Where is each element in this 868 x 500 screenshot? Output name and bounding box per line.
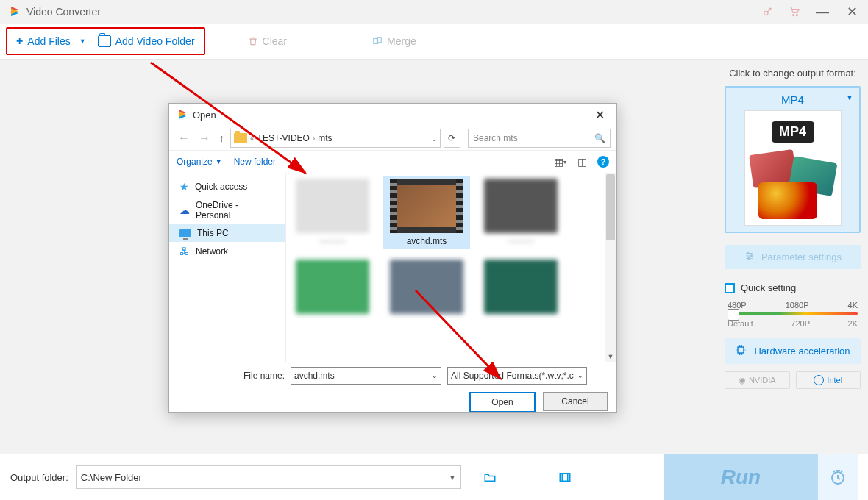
file-type-filter[interactable]: All Supported Formats(*.wtv;*.c⌄ [447,367,587,385]
scroll-down-icon[interactable]: ▼ [605,351,616,362]
search-placeholder: Search mts [473,133,518,143]
cart-icon[interactable] [789,6,800,18]
run-label: Run [721,465,761,489]
file-name-input[interactable]: avchd.mts⌄ [291,367,441,385]
merge-button: Merge [366,32,422,50]
quality-slider[interactable]: 480P 1080P 4K Default 720P 2K [725,301,861,328]
open-label: Open [491,397,513,407]
right-sidebar: Click to change output format: MP4 ▼ MP4… [717,60,868,454]
video-settings-icon[interactable] [557,471,573,484]
browse-folder-icon[interactable] [482,471,498,484]
key-icon[interactable] [762,6,774,18]
slider-tick-1080p: 1080P [786,301,809,310]
search-icon: 🔍 [594,133,605,143]
view-mode-icon[interactable]: ▦▾ [553,157,566,167]
close-button[interactable]: ✕ [844,4,859,19]
hardware-acceleration-button[interactable]: Hardware acceleration [725,338,861,364]
monitor-icon [179,229,191,238]
dialog-sidebar: ★Quick access ☁OneDrive - Personal This … [169,173,285,362]
folder-icon [98,35,111,47]
file-tile[interactable] [386,260,467,314]
file-open-dialog: Open ✕ ← → ↑ « TEST-VIDEO › mts ⌄ ⟳ Sear… [168,103,617,413]
sliders-icon [744,251,755,263]
format-thumbnail: MP4 [744,110,842,226]
chevron-down-icon[interactable]: ▼ [79,38,86,45]
cancel-label: Cancel [561,396,588,407]
dialog-titlebar: Open ✕ [169,104,616,126]
trash-icon [248,36,258,46]
sidebar-this-pc[interactable]: This PC [169,224,285,242]
chevron-down-icon[interactable]: ▼ [449,474,456,482]
clear-button: Clear [242,32,293,50]
schedule-button[interactable] [818,454,858,500]
slider-thumb[interactable] [728,309,739,321]
merge-icon [372,36,383,46]
bottombar: Output folder: C:\New Folder ▼ Run [0,454,868,500]
chevron-down-icon[interactable]: ⌄ [432,372,438,379]
cancel-button[interactable]: Cancel [543,392,608,411]
sidebar-quick-access[interactable]: ★Quick access [169,177,285,196]
file-tile-selected[interactable]: avchd.mts [383,176,470,249]
file-name-blurred: ——— [480,236,561,246]
hw-accel-label: Hardware acceleration [754,346,850,357]
sidebar-onedrive[interactable]: ☁OneDrive - Personal [169,196,285,224]
chevron-down-icon: ▼ [846,93,853,101]
chevron-down-icon[interactable]: ⌄ [577,372,583,379]
open-button[interactable]: Open [469,392,536,413]
quick-setting-icon [725,283,735,293]
output-format-card[interactable]: MP4 ▼ MP4 [725,86,861,233]
app-root: Video Converter — ✕ + Add Files ▼ Add Vi… [0,0,868,500]
parameter-settings-label: Parameter settings [761,251,842,262]
gpu-nvidia-chip[interactable]: ◉ NVIDIA [725,371,790,389]
chip-icon [735,344,747,358]
network-icon: 🖧 [179,246,190,257]
preview-pane-icon[interactable]: ◫ [575,157,588,167]
breadcrumb-folder-1[interactable]: TEST-VIDEO [257,133,310,143]
run-button[interactable]: Run [664,454,818,500]
breadcrumb-folder-2[interactable]: mts [318,133,332,143]
dialog-close-button[interactable]: ✕ [591,108,609,122]
refresh-button[interactable]: ⟳ [444,129,460,148]
breadcrumb[interactable]: « TEST-VIDEO › mts ⌄ [230,129,441,148]
gpu-intel-chip[interactable]: Intel [796,371,861,389]
svg-point-7 [748,257,750,259]
new-folder-label: New folder [234,157,276,167]
clock-icon [829,468,847,486]
file-name-label: File name: [178,371,285,381]
format-hint: Click to change output format: [725,68,861,79]
output-folder-input[interactable]: C:\New Folder ▼ [76,465,461,489]
add-video-folder-button[interactable]: Add Video Folder [92,32,201,50]
organize-label: Organize [177,157,213,167]
nav-up-icon[interactable]: ↑ [216,132,227,144]
new-folder-button[interactable]: New folder [234,157,276,167]
svg-point-6 [750,255,752,257]
file-name: avchd.mts [386,236,467,246]
chevron-right-icon: › [313,135,315,143]
scrollbar[interactable]: ▲▼ [605,173,616,362]
onedrive-label: OneDrive - Personal [196,200,275,221]
slider-tick-720p: 720P [791,319,810,328]
file-tile[interactable] [480,260,561,314]
help-icon[interactable]: ? [597,156,609,168]
plus-icon: + [16,35,23,48]
slider-tick-4k: 4K [848,301,858,310]
nav-back-icon[interactable]: ← [175,132,193,145]
file-list[interactable]: ——— avchd.mts ——— ▲▼ [285,173,616,362]
breadcrumb-overflow[interactable]: « [250,135,255,143]
nav-forward-icon[interactable]: → [196,132,213,145]
file-tile[interactable] [292,260,373,314]
sidebar-network[interactable]: 🖧Network [169,242,285,261]
chevron-down-icon[interactable]: ⌄ [431,135,437,143]
file-tile[interactable]: ——— [480,179,561,246]
parameter-settings-button[interactable]: Parameter settings [725,245,861,269]
minimize-button[interactable]: — [815,4,830,19]
slider-track[interactable] [728,312,858,315]
titlebar: Video Converter — ✕ [0,0,868,24]
file-tile[interactable]: ——— [292,179,373,246]
slider-tick-2k: 2K [848,319,858,328]
quick-access-label: Quick access [195,182,247,192]
add-files-button[interactable]: + Add Files ▼ [10,32,92,51]
scrollbar-thumb[interactable] [606,174,615,240]
organize-menu[interactable]: Organize▼ [177,157,222,167]
search-input[interactable]: Search mts 🔍 [468,129,611,148]
